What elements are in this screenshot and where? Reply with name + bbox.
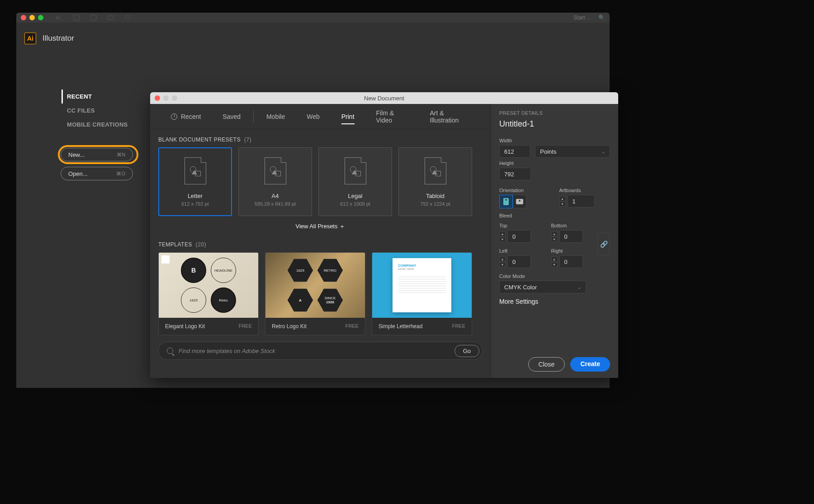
bleed-right-input[interactable]: 0: [559, 255, 583, 268]
preset-row: Letter 612 x 792 pt A4 595.28 x 841.89 p…: [150, 147, 491, 216]
preset-a4[interactable]: A4 595.28 x 841.89 pt: [238, 147, 312, 216]
preset-tabloid[interactable]: Tabloid 792 x 1224 pt: [398, 147, 472, 216]
bleed-right-up[interactable]: ▲: [551, 257, 558, 262]
template-elegant-logo[interactable]: B HEADLINE 1825 Retro Elegant Logo Kit F…: [158, 252, 259, 335]
orientation-landscape[interactable]: [513, 195, 526, 208]
new-document-dialog: New Document Recent Saved Mobile Web Pri…: [150, 92, 618, 378]
open-button-label: Open...: [68, 170, 88, 177]
tab-print[interactable]: Print: [331, 104, 365, 129]
template-simple-letterhead[interactable]: COMPANY NAME HERE Simple Letterhead FREE: [372, 252, 472, 335]
go-button[interactable]: Go: [454, 345, 479, 357]
bleed-left-down[interactable]: ▼: [499, 262, 506, 267]
height-input[interactable]: 792: [499, 168, 531, 180]
search-icon[interactable]: 🔍: [598, 14, 605, 21]
sidebar-item-ccfiles[interactable]: CC FILES: [62, 104, 138, 118]
bleed-bottom-label: Bottom: [551, 223, 594, 228]
tab-art-illustration[interactable]: Art & Illustration: [419, 104, 481, 129]
sidebar-item-mobile[interactable]: MOBILE CREATIONS: [62, 118, 138, 132]
chevron-down-icon: ⌄: [577, 285, 581, 290]
view-all-presets[interactable]: View All Presets＋: [150, 216, 491, 234]
bleed-bottom-up[interactable]: ▲: [551, 231, 558, 236]
clock-icon: [171, 113, 177, 120]
tab-divider: [253, 111, 254, 122]
open-shortcut: ⌘O: [116, 171, 125, 177]
search-icon: [167, 348, 173, 354]
more-settings[interactable]: More Settings: [499, 298, 610, 305]
menubar-tool-icons: Ai: [56, 14, 132, 21]
document-title[interactable]: Untitled-1: [499, 119, 610, 129]
landscape-icon: [516, 199, 523, 204]
dialog-minimize-icon: [163, 95, 169, 101]
dialog-footer: Close Create: [499, 350, 610, 372]
template-thumbnail: COMPANY NAME HERE: [372, 253, 472, 318]
portrait-icon: [503, 198, 509, 205]
bleed-left-up[interactable]: ▲: [499, 257, 506, 262]
presets-header: BLANK DOCUMENT PRESETS (7): [150, 129, 491, 147]
app-right-menu: Start ⌄ 🔍: [573, 14, 605, 21]
svg-point-4: [126, 15, 130, 20]
close-button[interactable]: Close: [528, 357, 565, 372]
width-label: Width: [499, 138, 610, 143]
bleed-left-input[interactable]: 0: [507, 255, 531, 268]
svg-rect-3: [108, 16, 114, 19]
start-sidebar: RECENT CC FILES MOBILE CREATIONS New... …: [62, 89, 138, 180]
plus-icon: ＋: [339, 223, 345, 230]
search-placeholder: Find more templates on Adobe Stock: [179, 348, 449, 354]
orientation-label: Orientation: [499, 188, 550, 193]
tab-recent[interactable]: Recent: [160, 104, 212, 129]
dialog-close-icon[interactable]: [155, 95, 160, 101]
bleed-label: Bleed: [499, 213, 610, 218]
orientation-portrait[interactable]: [499, 195, 513, 208]
bleed-left-label: Left: [499, 248, 542, 254]
app-titlebar: Ai Start ⌄ 🔍: [16, 13, 610, 23]
create-button[interactable]: Create: [570, 357, 610, 372]
bleed-bottom-input[interactable]: 0: [559, 230, 583, 243]
document-icon: [425, 157, 446, 184]
svg-text:Ai: Ai: [56, 15, 60, 20]
window-minimize-icon[interactable]: [29, 15, 35, 20]
new-button-label: New...: [68, 151, 85, 158]
document-icon: [185, 157, 206, 184]
app-name: Illustrator: [43, 34, 74, 43]
window-close-icon[interactable]: [21, 15, 26, 20]
svg-rect-1: [74, 15, 79, 20]
template-retro-logo[interactable]: 1825 RETRO A SINCE1920 Retro Logo Kit FR…: [265, 252, 365, 335]
artboards-label: Artboards: [559, 188, 610, 193]
window-zoom-icon[interactable]: [38, 15, 43, 20]
bleed-top-down[interactable]: ▼: [499, 237, 506, 242]
stock-search[interactable]: Find more templates on Adobe Stock Go: [158, 342, 483, 360]
open-button[interactable]: Open... ⌘O: [61, 167, 133, 180]
tutorial-highlight-ring: New... ⌘N: [58, 145, 138, 164]
new-shortcut: ⌘N: [117, 152, 125, 158]
artboards-down[interactable]: ▼: [559, 202, 566, 207]
sidebar-item-recent[interactable]: RECENT: [62, 89, 138, 104]
preset-legal[interactable]: Legal 612 x 1008 pt: [318, 147, 392, 216]
artboards-up[interactable]: ▲: [559, 196, 566, 201]
tab-web[interactable]: Web: [296, 104, 331, 129]
app-logo-icon: Ai: [24, 33, 36, 44]
artboards-input[interactable]: 1: [568, 195, 595, 207]
color-mode-select[interactable]: CMYK Color⌄: [499, 281, 586, 293]
bleed-top-input[interactable]: 0: [507, 230, 531, 243]
units-select[interactable]: Points⌄: [535, 145, 610, 158]
bleed-bottom-down[interactable]: ▼: [551, 237, 558, 242]
chevron-down-icon: ⌄: [601, 149, 605, 154]
height-label: Height: [499, 160, 610, 166]
document-icon: [265, 157, 286, 184]
tab-mobile[interactable]: Mobile: [256, 104, 296, 129]
new-button[interactable]: New... ⌘N: [61, 148, 133, 161]
category-tabs: Recent Saved Mobile Web Print Film & Vid…: [150, 104, 491, 129]
dialog-title: New Document: [364, 95, 404, 102]
bleed-right-label: Right: [551, 248, 594, 254]
tab-saved[interactable]: Saved: [212, 104, 251, 129]
start-menu[interactable]: Start ⌄: [573, 14, 590, 21]
template-thumbnail: 1825 RETRO A SINCE1920: [265, 253, 365, 318]
width-input[interactable]: 612: [499, 145, 530, 158]
bleed-right-down[interactable]: ▼: [551, 262, 558, 267]
link-bleed-icon[interactable]: 🔗: [597, 233, 610, 255]
bleed-top-up[interactable]: ▲: [499, 231, 506, 236]
preset-letter[interactable]: Letter 612 x 792 pt: [158, 147, 232, 216]
template-thumbnail: B HEADLINE 1825 Retro: [159, 253, 258, 318]
template-row: B HEADLINE 1825 Retro Elegant Logo Kit F…: [150, 252, 491, 335]
tab-film-video[interactable]: Film & Video: [365, 104, 419, 129]
